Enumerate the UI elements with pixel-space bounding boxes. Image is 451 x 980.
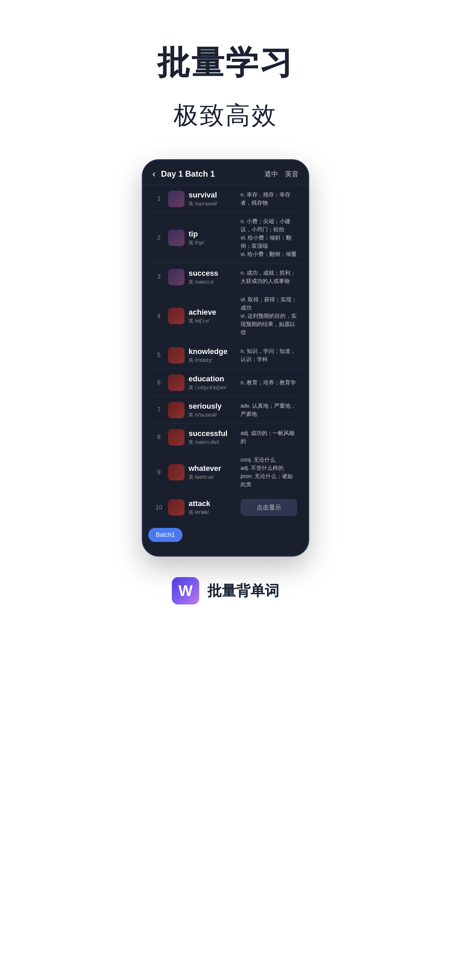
word-text: achieve [189, 308, 237, 317]
word-icon [168, 402, 184, 418]
word-item: 10attack英 /et'æk/点击显示 [148, 494, 303, 521]
word-phonetic: 英 /n'ɒlɪdʒ/ [189, 358, 237, 364]
word-item: 7seriously英 /s'ɪəɹɪəsli/adv. 认真地；严重地，严肃地 [148, 396, 303, 424]
word-number: 2 [154, 234, 164, 242]
word-main: education英 /ˌɛdʒuːk'eɪʃən/ [189, 374, 237, 391]
header-actions: 遮中 英音 [264, 170, 299, 179]
word-phonetic: 英 /ˌɛdʒuːk'eɪʃən/ [189, 385, 237, 391]
word-phonetic: 英 /t'ɪp/ [189, 240, 237, 246]
phone-mockup: ‹ Day 1 Batch 1 遮中 英音 1survival英 /səv'aɪ… [142, 159, 309, 557]
word-phonetic: 英 /s'ɪəɹɪəsli/ [189, 412, 237, 418]
word-definition: n. 成功，成就；胜利；大获成功的人或事物 [241, 269, 297, 285]
word-main: successful英 /səks'ɛsfəl/ [189, 429, 237, 445]
word-definition: n. 知识，学问；知道，认识；学科 [241, 347, 297, 364]
word-number: 7 [154, 406, 164, 414]
word-text: knowledge [189, 347, 237, 356]
hide-chinese-button[interactable]: 遮中 [264, 170, 278, 179]
word-definition: vt. 取得；获得；实现；成功 vi. 达到预期的目的，实现预期的结果，如愿以偿 [241, 296, 297, 337]
word-main: attack英 /et'æk/ [189, 499, 237, 515]
word-text: survival [189, 191, 237, 200]
word-definition: conj. 无论什么 adj. 不管什么样的 pron. 无论什么；诸如此类 [241, 456, 297, 488]
back-button[interactable]: ‹ [152, 169, 156, 180]
word-main: knowledge英 /n'ɒlɪdʒ/ [189, 347, 237, 364]
word-main: achieve英 /etʃ'iːv/ [189, 308, 237, 324]
word-main: seriously英 /s'ɪəɹɪəsli/ [189, 402, 237, 418]
phone-header: ‹ Day 1 Batch 1 遮中 英音 [143, 160, 308, 185]
word-phonetic: 英 /səks'ɛs/ [189, 279, 237, 285]
word-text: tip [189, 230, 237, 239]
word-item: 1survival英 /səv'aɪvəl/n. 幸存，残存；幸存者，残存物 [148, 185, 303, 213]
word-icon [168, 230, 184, 246]
word-icon [168, 374, 184, 391]
app-icon: W [172, 577, 199, 605]
word-text: success [189, 269, 237, 278]
word-number: 9 [154, 469, 164, 476]
word-definition: n. 教育；培养；教育学 [241, 379, 297, 387]
app-footer: W 批量背单词 [172, 577, 279, 605]
word-icon [168, 347, 184, 364]
batch-tabs: Batch1 [143, 521, 308, 546]
word-number: 8 [154, 434, 164, 441]
word-icon [168, 269, 184, 285]
word-number: 5 [154, 352, 164, 359]
word-phonetic: 英 /səv'aɪvəl/ [189, 201, 237, 207]
word-icon [168, 191, 184, 207]
word-main: tip英 /t'ɪp/ [189, 230, 237, 246]
word-item: 8successful英 /səks'ɛsfəl/adj. 成功的；一帆风顺的 [148, 424, 303, 451]
word-definition: n. 小费；尖端；小建议，小窍门；轻拍 vt. 给小费；倾斜；翻倒；装顶端 vi… [241, 217, 297, 258]
word-phonetic: 英 /et'æk/ [189, 509, 237, 515]
word-definition: adj. 成功的；一帆风顺的 [241, 429, 297, 445]
word-text: education [189, 374, 237, 383]
screen-title: Day 1 Batch 1 [161, 169, 259, 179]
word-text: whatever [189, 464, 237, 473]
word-list: 1survival英 /səv'aɪvəl/n. 幸存，残存；幸存者，残存物2t… [143, 185, 308, 521]
word-item: 5knowledge英 /n'ɒlɪdʒ/n. 知识，学问；知道，认识；学科 [148, 342, 303, 369]
word-icon [168, 499, 184, 515]
word-main: survival英 /səv'aɪvəl/ [189, 191, 237, 207]
english-audio-button[interactable]: 英音 [285, 170, 299, 179]
word-item: 6education英 /ˌɛdʒuːk'eɪʃən/n. 教育；培养；教育学 [148, 369, 303, 396]
word-main: whatever英 /wɒt'ɛve/ [189, 464, 237, 480]
word-icon [168, 429, 184, 445]
word-item: 9whatever英 /wɒt'ɛve/conj. 无论什么 adj. 不管什么… [148, 451, 303, 494]
word-text: seriously [189, 402, 237, 411]
word-item: 3success英 /səks'ɛs/n. 成功，成就；胜利；大获成功的人或事物 [148, 264, 303, 291]
word-phonetic: 英 /wɒt'ɛve/ [189, 474, 237, 480]
word-item: 4achieve英 /etʃ'iːv/vt. 取得；获得；实现；成功 vi. 达… [148, 291, 303, 342]
word-definition: adv. 认真地；严重地，严肃地 [241, 402, 297, 418]
app-name: 批量背单词 [207, 581, 279, 600]
reveal-button[interactable]: 点击显示 [241, 499, 297, 516]
word-icon [168, 464, 184, 480]
word-text: attack [189, 499, 237, 508]
word-item: 2tip英 /t'ɪp/n. 小费；尖端；小建议，小窍门；轻拍 vt. 给小费；… [148, 213, 303, 264]
batch-tab-1[interactable]: Batch1 [148, 528, 183, 542]
word-main: success英 /səks'ɛs/ [189, 269, 237, 285]
word-definition: n. 幸存，残存；幸存者，残存物 [241, 191, 297, 207]
word-number: 4 [154, 313, 164, 320]
page-subtitle: 极致高效 [173, 99, 278, 132]
page-title: 批量学习 [157, 41, 294, 86]
word-icon [168, 308, 184, 324]
word-number: 6 [154, 379, 164, 386]
word-text: successful [189, 429, 237, 438]
word-number: 3 [154, 274, 164, 280]
word-number: 10 [154, 504, 164, 511]
word-phonetic: 英 /səks'ɛsfəl/ [189, 439, 237, 445]
word-phonetic: 英 /etʃ'iːv/ [189, 318, 237, 324]
word-number: 1 [154, 195, 164, 202]
